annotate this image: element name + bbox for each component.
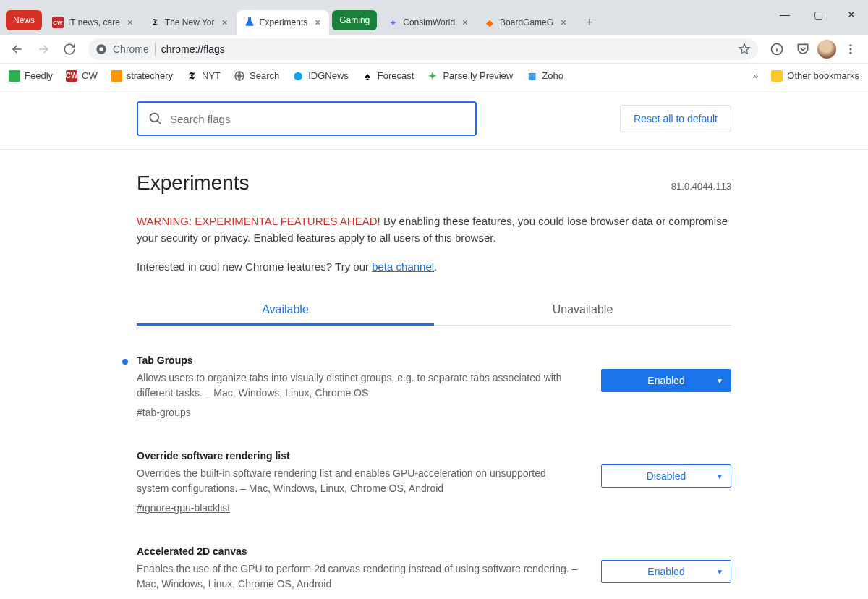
url-prefix: Chrome [113, 43, 149, 55]
folder-icon [771, 70, 783, 82]
tab-unavailable[interactable]: Unavailable [434, 294, 731, 325]
bookmark-icon: 𝕿 [186, 70, 197, 82]
reload-button[interactable] [58, 38, 81, 61]
svg-point-4 [850, 48, 852, 50]
warning-label: WARNING: EXPERIMENTAL FEATURES AHEAD! [137, 215, 380, 227]
flask-icon [244, 17, 255, 28]
flag-anchor-link[interactable]: #tab-groups [137, 407, 191, 418]
browser-tab[interactable]: ◆ BoardGameG × [477, 10, 575, 35]
close-icon[interactable]: × [124, 17, 136, 28]
browser-tab[interactable]: ✦ ConsimWorld × [380, 10, 477, 35]
bookmark-item[interactable]: ✦Parse.ly Preview [427, 70, 513, 82]
bookmark-item[interactable]: stratechery [111, 70, 173, 82]
bookmark-icon: ♠ [362, 70, 373, 82]
bookmark-icon: ✦ [427, 70, 438, 82]
info-icon[interactable] [765, 38, 788, 61]
flag-state-value: Enabled [647, 566, 684, 577]
other-bookmarks[interactable]: Other bookmarks [771, 70, 859, 82]
flag-title: Tab Groups [137, 354, 579, 366]
chrome-icon [95, 43, 107, 55]
flag-description: Allows users to organize tabs into visua… [137, 370, 579, 401]
bookmark-icon [111, 70, 122, 82]
page-title: Experiments [137, 171, 250, 195]
close-window-button[interactable]: ✕ [835, 0, 868, 29]
chevron-down-icon: ▼ [716, 472, 723, 480]
tab-title: The New Yor [165, 17, 215, 27]
flag-anchor-link[interactable]: #ignore-gpu-blacklist [137, 502, 230, 514]
flag-description: Overrides the built-in software renderin… [137, 466, 579, 496]
toolbar: Chrome chrome://flags [0, 35, 868, 64]
bookmark-icon: ⬢ [292, 70, 304, 82]
flags-tabs: Available Unavailable [137, 294, 731, 326]
address-bar[interactable]: Chrome chrome://flags [88, 38, 758, 60]
browser-tab-active[interactable]: Experiments × [237, 10, 330, 35]
flag-title: Override software rendering list [137, 450, 579, 462]
flag-row: Tab GroupsAllows users to organize tabs … [137, 354, 731, 418]
tab-title: BoardGameG [500, 17, 553, 27]
flag-state-value: Enabled [647, 375, 684, 386]
favicon-icon: CW [52, 17, 64, 28]
flag-state-select[interactable]: Disabled▼ [601, 464, 731, 488]
tab-strip: News CW IT news, care × 𝕿 The New Yor × … [0, 0, 868, 35]
page-viewport[interactable]: Reset all to default Experiments 81.0.40… [0, 88, 868, 599]
minimize-button[interactable]: — [768, 0, 801, 29]
reset-all-button[interactable]: Reset all to default [620, 105, 731, 132]
bookmark-star-icon[interactable] [738, 43, 751, 56]
svg-point-3 [850, 44, 852, 46]
new-tab-button[interactable]: + [579, 12, 600, 33]
bookmark-item[interactable]: ⬢IDGNews [292, 70, 349, 82]
profile-avatar[interactable] [817, 40, 836, 59]
forward-button[interactable] [32, 38, 55, 61]
bookmark-item[interactable]: Search [234, 70, 279, 82]
divider [0, 149, 868, 150]
chevron-down-icon: ▼ [716, 568, 723, 576]
search-flags-box[interactable] [137, 101, 477, 136]
separator [155, 43, 156, 56]
flag-description: Enables the use of the GPU to perform 2d… [137, 561, 579, 592]
bookmarks-bar: Feedly CWCW stratechery 𝕿NYT Search ⬢IDG… [0, 64, 868, 88]
bookmark-item[interactable]: CWCW [66, 70, 98, 82]
tab-available[interactable]: Available [137, 294, 434, 325]
pocket-icon[interactable] [791, 38, 814, 61]
browser-tab[interactable]: 𝕿 The New Yor × [142, 10, 237, 35]
flag-title: Accelerated 2D canvas [137, 545, 579, 557]
close-icon[interactable]: × [558, 17, 569, 28]
back-button[interactable] [6, 38, 29, 61]
version-text: 81.0.4044.113 [671, 181, 731, 192]
favicon-icon: ✦ [387, 17, 399, 28]
menu-button[interactable] [839, 38, 862, 61]
bookmarks-overflow[interactable]: » [753, 70, 758, 81]
modified-dot-icon [122, 359, 128, 365]
search-icon [148, 111, 163, 126]
close-icon[interactable]: × [312, 17, 323, 28]
bookmark-item[interactable]: 𝕿NYT [186, 70, 221, 82]
bookmark-icon: CW [66, 70, 77, 82]
flag-row: Accelerated 2D canvasEnables the use of … [137, 545, 731, 599]
favicon-icon: ◆ [484, 17, 495, 28]
close-icon[interactable]: × [219, 17, 231, 28]
search-input[interactable] [170, 113, 465, 125]
warning-text: WARNING: EXPERIMENTAL FEATURES AHEAD! By… [137, 213, 731, 246]
flag-state-select[interactable]: Enabled▼ [601, 560, 731, 583]
tab-title: Experiments [260, 17, 308, 27]
url-text: chrome://flags [161, 43, 225, 55]
tab-title: ConsimWorld [403, 17, 455, 27]
svg-point-7 [150, 114, 159, 122]
tab-group-news[interactable]: News [6, 10, 42, 30]
maximize-button[interactable]: ▢ [801, 0, 835, 29]
chevron-down-icon: ▼ [716, 377, 723, 385]
bookmark-item[interactable]: ♠Forecast [362, 70, 414, 82]
bookmark-icon: ▦ [526, 70, 537, 82]
browser-tab[interactable]: CW IT news, care × [45, 10, 142, 35]
bookmark-item[interactable]: ▦Zoho [526, 70, 563, 82]
tab-title: IT news, care [68, 17, 120, 27]
globe-icon [234, 70, 245, 82]
beta-channel-link[interactable]: beta channel [372, 260, 434, 273]
tab-group-gaming[interactable]: Gaming [332, 10, 377, 30]
bookmark-icon [9, 70, 20, 82]
bookmark-item[interactable]: Feedly [9, 70, 53, 82]
svg-point-5 [850, 51, 852, 54]
beta-line: Interested in cool new Chrome features? … [137, 260, 731, 273]
close-icon[interactable]: × [459, 17, 471, 28]
flag-state-select[interactable]: Enabled▼ [601, 369, 731, 392]
